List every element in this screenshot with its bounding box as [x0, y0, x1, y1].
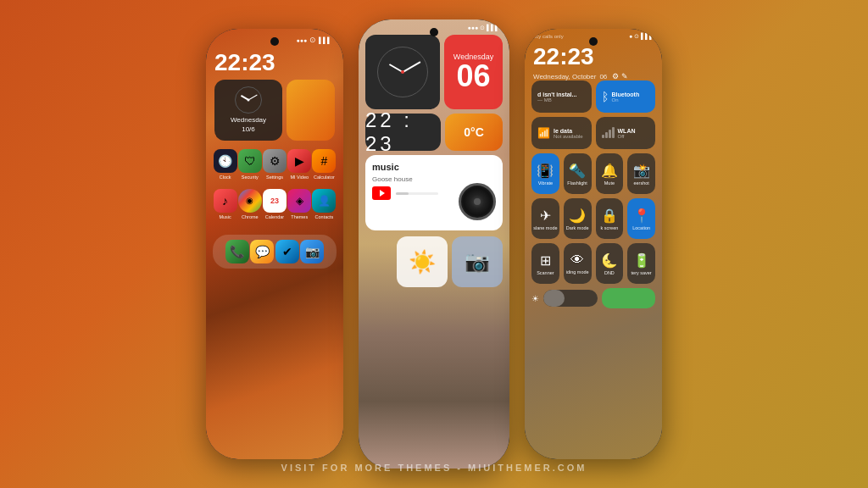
dnd-icon: 🌜 — [601, 252, 618, 269]
app-clock[interactable]: 🕙 Clock — [213, 149, 237, 180]
music-progress — [396, 192, 438, 195]
status-signal: ●●● ⊙ ▌▌▌ — [468, 25, 499, 31]
center-music-widget[interactable]: music Goose house — [365, 155, 503, 230]
location-icon: 📍 — [633, 208, 650, 224]
center-time-text: 22 : 23 — [365, 108, 441, 156]
dock-files[interactable]: ✔ — [275, 240, 300, 263]
center-top-row: Wednesday 06 — [365, 35, 503, 109]
wlan-bars — [602, 128, 615, 138]
app-security[interactable]: 🛡 Security — [237, 149, 262, 180]
cc-location[interactable]: 📍 Location — [627, 198, 655, 239]
brightness-fill — [543, 290, 565, 307]
clock-center — [248, 99, 250, 102]
center-bottom-row: ☀️ 📷 — [365, 236, 503, 287]
phone-left: ●●● ⊙ ▌▌▌ 22:23 Wednesday 10/6 — [206, 29, 343, 459]
dock-icon-files: ✔ — [275, 240, 299, 263]
airplane-icon: ✈ — [540, 208, 551, 224]
youtube-icon[interactable] — [372, 186, 391, 200]
cc-tile-data-sub: — MB — [537, 97, 586, 103]
cc-green-toggle[interactable] — [602, 288, 656, 308]
right-status-icons: ● ⊙ ▌▌▌ — [629, 33, 654, 40]
bluetooth-icon: ᛒ — [602, 90, 609, 103]
app-icon-contacts: 👤 — [312, 189, 336, 213]
cc-battery[interactable]: 🔋 tery saver — [627, 243, 655, 284]
center-time-widget[interactable]: 22 : 23 — [365, 114, 441, 151]
music-artist: Goose house — [372, 175, 496, 183]
cc-airplane[interactable]: ✈ slane mode — [531, 198, 559, 239]
center-temp-widget[interactable]: 0°C — [445, 114, 503, 151]
mute-icon: 🔔 — [601, 163, 618, 179]
center-clock-widget[interactable] — [365, 35, 440, 109]
phone-left-screen: ●●● ⊙ ▌▌▌ 22:23 Wednesday 10/6 — [206, 29, 343, 459]
left-clock-widget[interactable]: Wednesday 10/6 — [214, 80, 282, 141]
cc-tile-bt-label: Bluetooth — [612, 92, 640, 97]
right-date-num: 06 — [599, 73, 607, 80]
cc-riding[interactable]: 👁 iding mode — [564, 243, 592, 284]
app-icon-calendar: 23 — [263, 189, 287, 213]
punch-hole-center — [430, 28, 438, 36]
center-sun-widget[interactable]: ☀️ — [397, 236, 448, 287]
left-widget-row: Wednesday 10/6 — [206, 75, 343, 146]
flashlight-icon: 🔦 — [569, 163, 586, 179]
cc-screenshot[interactable]: 📸 eershot — [627, 153, 655, 194]
cc-row2: 📶 le data Not available — [531, 117, 655, 149]
right-date-text: Wednesday, October — [533, 73, 596, 80]
app-themes[interactable]: ◈ Themes — [287, 189, 312, 220]
cc-toggle-row3: ⊞ Scanner 👁 iding mode 🌜 DND 🔋 tery save… — [531, 243, 655, 284]
right-time: 22:23 — [533, 43, 594, 70]
brightness-slider[interactable] — [543, 290, 598, 307]
cc-tile-bluetooth[interactable]: ᛒ Bluetooth On — [596, 80, 656, 113]
center-camera-widget[interactable]: 📷 — [452, 236, 503, 287]
app-mivideo[interactable]: ▶ MI Video — [287, 149, 312, 180]
app-icon-chrome: ◉ — [238, 189, 262, 213]
left-analog-clock — [235, 86, 262, 114]
app-contacts[interactable]: 👤 Contacts — [312, 189, 337, 220]
app-calc[interactable]: # Calculator — [312, 149, 337, 180]
cc-tile-data[interactable]: d isn't instal... — MB — [531, 80, 592, 113]
dock-messages[interactable]: 💬 — [250, 240, 275, 263]
left-clock-date: Wednesday 10/6 — [231, 116, 266, 134]
app-calendar[interactable]: 23 Calendar — [262, 189, 287, 220]
screenshot-icon: 📸 — [633, 163, 650, 179]
app-settings[interactable]: ⚙ Settings — [262, 149, 287, 180]
darkmode-icon: 🌙 — [569, 208, 586, 224]
cc-flashlight[interactable]: 🔦 Flashlight — [564, 153, 592, 194]
cc-tile-wlan-sub: Off — [618, 134, 636, 139]
app-icon-calc: # — [312, 149, 336, 173]
dock-icon-camera: 📷 — [300, 240, 324, 263]
cc-toggle-row2: ✈ slane mode 🌙 Dark mode 🔒 k screen 📍 Lo… — [531, 198, 655, 239]
dock-phone[interactable]: 📞 — [225, 240, 250, 263]
left-time: 22:23 — [206, 51, 343, 75]
watermark: VISIT FOR MORE THEMES - MIUITHEMER.COM — [281, 463, 587, 473]
app-icon-security: 🛡 — [238, 149, 262, 173]
center-date-widget[interactable]: Wednesday 06 — [444, 35, 503, 109]
cc-scanner[interactable]: ⊞ Scanner — [531, 243, 559, 284]
scanner-icon: ⊞ — [540, 252, 551, 269]
cc-lockscreen[interactable]: 🔒 k screen — [596, 198, 624, 239]
riding-icon: 👁 — [570, 252, 584, 268]
music-title: music — [372, 162, 496, 172]
vibrate-icon: 📳 — [537, 163, 554, 179]
cc-brightness-row: ☀ — [531, 288, 655, 308]
cc-mute[interactable]: 🔔 Mute — [596, 153, 624, 194]
dock-icon-messages: 💬 — [250, 240, 274, 263]
center-temp-text: 0°C — [464, 125, 484, 139]
cc-tile-wlan[interactable]: WLAN Off — [596, 117, 656, 149]
phone-right: ncy calls only ● ⊙ ▌▌▌ 22:23 Wednesday, … — [525, 29, 662, 459]
cc-vibrate[interactable]: 📳 Vibrate — [531, 153, 559, 194]
dock-camera[interactable]: 📷 — [300, 240, 326, 263]
phone-right-screen: ncy calls only ● ⊙ ▌▌▌ 22:23 Wednesday, … — [525, 29, 662, 459]
app-chrome[interactable]: ◉ Chrome — [237, 189, 262, 220]
cc-tile-mdata-sub: Not available — [554, 134, 583, 139]
center-analog-clock — [377, 47, 428, 97]
cc-tile-mobile-data[interactable]: 📶 le data Not available — [531, 117, 592, 149]
cc-darkmode[interactable]: 🌙 Dark mode — [564, 198, 592, 239]
app-music[interactable]: ♪ Music — [213, 189, 237, 220]
center-min-hand — [403, 61, 421, 72]
cc-dnd[interactable]: 🌜 DND — [596, 243, 624, 284]
svg-marker-0 — [380, 190, 385, 197]
app-icon-settings: ⚙ — [263, 149, 287, 173]
right-edit-icon[interactable]: ⚙ ✎ — [612, 72, 628, 80]
app-icon-themes: ◈ — [287, 189, 311, 213]
brightness-low-icon: ☀ — [531, 294, 539, 303]
